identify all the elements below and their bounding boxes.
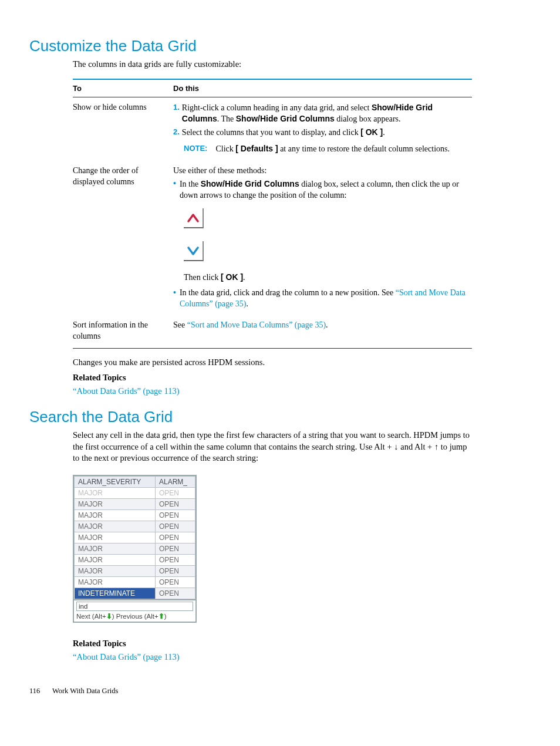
grid-cell-severity: MAJOR xyxy=(75,532,156,543)
row3-dothis: See “Sort and Move Data Columns” (page 3… xyxy=(173,315,472,348)
t: Show/Hide Grid Columns xyxy=(201,179,299,188)
t: In the xyxy=(180,180,201,188)
t: Select the columns that you want to disp… xyxy=(182,128,360,137)
grid-cell-severity: MAJOR xyxy=(75,487,156,498)
table-row: Change the order of displayed columns Us… xyxy=(73,161,472,315)
t: [ OK ] xyxy=(360,127,383,137)
row2-lead: Use either of these methods: xyxy=(173,166,468,177)
t: Click xyxy=(215,144,235,153)
t: In the data grid, click and drag the col… xyxy=(180,288,396,297)
grid-cell-severity: MAJOR xyxy=(75,576,156,588)
t: Show/Hide Grid Columns xyxy=(236,114,335,123)
grid-cell-severity: MAJOR xyxy=(75,554,156,565)
down-arrow-small-icon: ⬇ xyxy=(106,613,112,620)
grid-cell-state: OPEN xyxy=(156,521,195,532)
grid-row: MAJOROPEN xyxy=(75,498,195,509)
t: Then click xyxy=(184,273,221,282)
link-about-data-grids-2[interactable]: “About Data Grids” (page 113) xyxy=(73,652,179,661)
down-arrow-icon xyxy=(184,241,204,261)
t: . xyxy=(246,299,248,308)
row2-then: Then click [ OK ]. xyxy=(184,272,468,283)
search-para: Select any cell in the data grid, then t… xyxy=(73,430,472,464)
grid-cell-state: OPEN xyxy=(156,532,195,543)
grid-cell-state: OPEN xyxy=(156,543,195,554)
customize-table: To Do this Show or hide columns 1. Right… xyxy=(73,79,472,349)
step1-text: Right-click a column heading in any data… xyxy=(182,102,468,126)
t: Right-click a column heading in any data… xyxy=(182,103,372,112)
grid-search-footer: ind Next (Alt+⬇) Previous (Alt+⬆) xyxy=(74,599,195,622)
row3-to: Sort information in the columns xyxy=(73,315,173,348)
grid-row: MAJOROPEN xyxy=(75,521,195,532)
link-about-data-grids-1[interactable]: “About Data Grids” (page 113) xyxy=(73,386,179,396)
page-number: 116 xyxy=(29,687,50,696)
row2-bullet2: In the data grid, click and drag the col… xyxy=(180,288,468,310)
grid-cell-severity: MAJOR xyxy=(75,565,156,576)
heading-search: Search the Data Grid xyxy=(29,408,472,426)
note-label: NOTE: xyxy=(184,143,215,155)
grid-cell-severity: MAJOR xyxy=(75,543,156,554)
grid-cell-severity: MAJOR xyxy=(75,509,156,521)
step2-text: Select the columns that you want to disp… xyxy=(182,127,385,139)
t: [ Defaults ] xyxy=(235,144,278,153)
table-row: Show or hide columns 1. Right-click a co… xyxy=(73,97,472,161)
grid-cell-state: OPEN xyxy=(156,565,195,576)
t: [ OK ] xyxy=(221,272,243,282)
row1-to: Show or hide columns xyxy=(73,97,173,161)
th-dothis: Do this xyxy=(173,80,472,97)
row1-dothis: 1. Right-click a column heading in any d… xyxy=(173,97,472,161)
grid-cell-severity: INDETERMINATE xyxy=(75,588,156,599)
t: See xyxy=(173,320,187,329)
t: ) xyxy=(164,613,167,620)
grid-col-state: ALARM_ xyxy=(156,476,195,487)
t: . xyxy=(326,320,328,329)
grid-row: MAJOROPEN xyxy=(75,554,195,565)
th-to: To xyxy=(73,80,173,97)
related-topics-heading-2: Related Topics xyxy=(73,638,472,650)
bullet-icon: • xyxy=(173,288,180,310)
row2-to: Change the order of displayed columns xyxy=(73,161,173,315)
t: ) Previous (Alt+ xyxy=(112,613,158,620)
row2-bullet1: In the Show/Hide Grid Columns dialog box… xyxy=(180,178,468,201)
grid-cell-state: OPEN xyxy=(156,498,195,509)
t: . The xyxy=(217,114,236,123)
t: at any time to restore the default colum… xyxy=(278,144,450,153)
step-number-2: 2. xyxy=(173,127,182,139)
table-row: Sort information in the columns See “Sor… xyxy=(73,315,472,348)
grid-cell-state: OPEN xyxy=(156,509,195,521)
row2-dothis: Use either of these methods: • In the Sh… xyxy=(173,161,472,315)
t: . xyxy=(383,128,385,137)
grid-row: MAJOROPEN xyxy=(75,532,195,543)
grid-cell-state: OPEN xyxy=(156,588,195,599)
grid-cell-state: OPEN xyxy=(156,576,195,588)
step-number-1: 1. xyxy=(173,102,182,126)
grid-row: INDETERMINATEOPEN xyxy=(75,588,195,599)
grid-search-nav: Next (Alt+⬇) Previous (Alt+⬆) xyxy=(76,613,167,620)
outro: Changes you make are persisted across HP… xyxy=(73,357,472,369)
grid-row: MAJOROPEN xyxy=(75,565,195,576)
search-grid-screenshot: ALARM_SEVERITY ALARM_ MAJOROPENMAJOROPEN… xyxy=(73,475,197,623)
heading-customize: Customize the Data Grid xyxy=(29,37,472,55)
related-topics-heading-1: Related Topics xyxy=(73,372,472,384)
grid-cell-severity: MAJOR xyxy=(75,521,156,532)
t: Next (Alt+ xyxy=(76,613,106,620)
bullet-icon: • xyxy=(173,178,180,201)
page-footer: 116 Work With Data Grids xyxy=(29,687,472,696)
t: dialog box appears. xyxy=(335,114,401,123)
t: . xyxy=(243,273,245,282)
grid-row: MAJOROPEN xyxy=(75,487,195,498)
link-sort-move-2[interactable]: “Sort and Move Data Columns” (page 35) xyxy=(187,320,326,329)
grid-row: MAJOROPEN xyxy=(75,509,195,521)
grid-search-input[interactable]: ind xyxy=(76,602,193,611)
grid-cell-state: OPEN xyxy=(156,554,195,565)
note-text: Click [ Defaults ] at any time to restor… xyxy=(215,143,450,155)
grid-row: MAJOROPEN xyxy=(75,543,195,554)
intro-text: The columns in data grids are fully cust… xyxy=(73,59,472,70)
grid-cell-severity: MAJOR xyxy=(75,498,156,509)
up-arrow-small-icon: ⬆ xyxy=(158,613,164,620)
grid-row: MAJOROPEN xyxy=(75,576,195,588)
up-arrow-icon xyxy=(184,208,204,228)
grid-col-severity: ALARM_SEVERITY xyxy=(75,476,156,487)
grid-cell-state: OPEN xyxy=(156,487,195,498)
chapter-title: Work With Data Grids xyxy=(52,687,118,695)
